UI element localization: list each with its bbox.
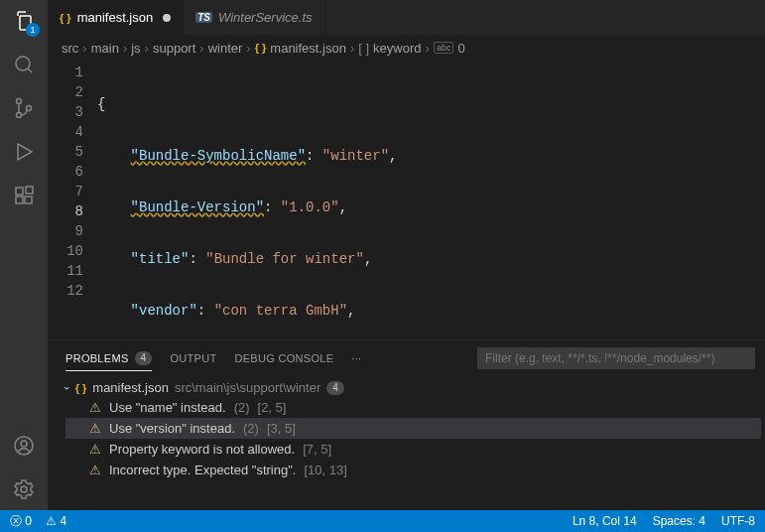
json-icon: { }: [60, 12, 71, 24]
status-bar: ⓧ 0 ⚠ 4 Ln 8, Col 14 Spaces: 4 UTF-8: [0, 510, 765, 532]
svg-point-10: [21, 486, 27, 492]
bottom-panel: PROBLEMS 4 OUTPUT DEBUG CONSOLE ··· › { …: [48, 339, 765, 510]
explorer-icon[interactable]: 1: [11, 8, 37, 34]
accounts-icon[interactable]: [11, 433, 37, 459]
breadcrumb-item[interactable]: winter: [208, 41, 243, 56]
warning-icon: ⚠: [89, 442, 101, 457]
svg-rect-5: [16, 197, 23, 203]
breadcrumb-item[interactable]: js: [131, 41, 140, 56]
status-warnings[interactable]: ⚠ 4: [46, 514, 66, 528]
problems-file-count: 4: [326, 381, 344, 395]
activity-bar: 1: [0, 0, 48, 510]
problem-item[interactable]: ⚠ Property keyword is not allowed. [7, 5…: [65, 439, 761, 460]
dirty-indicator-icon: [163, 14, 171, 22]
extensions-icon[interactable]: [11, 183, 37, 208]
json-icon: { }: [255, 42, 267, 54]
breadcrumb[interactable]: src› main› js› support› winter› { } mani…: [48, 35, 765, 61]
problems-filter[interactable]: [477, 347, 755, 369]
breadcrumb-item[interactable]: src: [62, 41, 78, 56]
status-indentation[interactable]: Spaces: 4: [653, 514, 705, 528]
warning-icon: ⚠: [89, 463, 101, 477]
chevron-down-icon: ›: [62, 386, 73, 390]
problems-count-badge: 4: [135, 351, 153, 365]
status-errors[interactable]: ⓧ 0: [10, 513, 32, 530]
panel-tab-problems[interactable]: PROBLEMS 4: [65, 351, 152, 371]
svg-point-1: [17, 99, 22, 104]
line-numbers: 123456789101112: [48, 61, 97, 339]
ts-icon: TS: [195, 12, 212, 23]
tab-manifest-json[interactable]: { } manifest.json: [48, 0, 184, 35]
tab-label: WinterService.ts: [218, 10, 313, 25]
problems-file-path: src\main\js\support\winter: [175, 380, 320, 395]
problems-filter-input[interactable]: [477, 347, 755, 369]
warning-icon: ⚠: [89, 400, 101, 415]
problem-item[interactable]: ⚠ Incorrect type. Expected "string". [10…: [65, 460, 761, 480]
breadcrumb-item[interactable]: manifest.json: [270, 41, 346, 56]
source-control-icon[interactable]: [11, 95, 37, 121]
json-icon: { }: [75, 382, 87, 394]
code-editor[interactable]: 123456789101112 { "Bundle-SymbolicName":…: [48, 61, 765, 339]
problems-file-group[interactable]: › { } manifest.json src\main\js\support\…: [65, 378, 761, 397]
problems-file-label: manifest.json: [92, 380, 169, 395]
editor-tabs: { } manifest.json TS WinterService.ts: [48, 0, 765, 35]
svg-point-3: [27, 106, 32, 111]
status-encoding[interactable]: UTF-8: [721, 514, 755, 528]
breadcrumb-item[interactable]: keyword: [373, 41, 421, 56]
problem-item[interactable]: ⚠ Use "version" instead. (2) [3, 5]: [65, 418, 761, 439]
status-cursor-position[interactable]: Ln 8, Col 14: [573, 514, 637, 528]
svg-rect-7: [26, 187, 33, 194]
problem-item[interactable]: ⚠ Use "name" instead. (2) [2, 5]: [65, 397, 761, 418]
svg-point-2: [17, 113, 22, 118]
tab-winterservice-ts[interactable]: TS WinterService.ts: [184, 0, 324, 35]
svg-rect-4: [16, 188, 23, 195]
panel-tab-output[interactable]: OUTPUT: [170, 352, 216, 364]
panel-tab-debug-console[interactable]: DEBUG CONSOLE: [234, 352, 333, 364]
breadcrumb-item[interactable]: 0: [457, 41, 464, 56]
explorer-badge: 1: [26, 23, 40, 37]
breadcrumb-item[interactable]: main: [91, 41, 119, 56]
problems-list: › { } manifest.json src\main\js\support\…: [48, 372, 765, 510]
svg-point-0: [16, 57, 30, 70]
code-content[interactable]: { "Bundle-SymbolicName": "winter", "Bund…: [97, 61, 765, 339]
breadcrumb-item[interactable]: support: [153, 41, 195, 56]
editor-area: { } manifest.json TS WinterService.ts sr…: [48, 0, 765, 510]
warning-icon: ⚠: [89, 421, 101, 436]
tab-label: manifest.json: [77, 10, 154, 25]
search-icon[interactable]: [11, 52, 37, 77]
svg-point-9: [21, 441, 27, 447]
settings-gear-icon[interactable]: [11, 476, 37, 502]
run-debug-icon[interactable]: [11, 139, 37, 165]
panel-more-icon[interactable]: ···: [351, 352, 361, 364]
svg-rect-6: [25, 197, 32, 203]
